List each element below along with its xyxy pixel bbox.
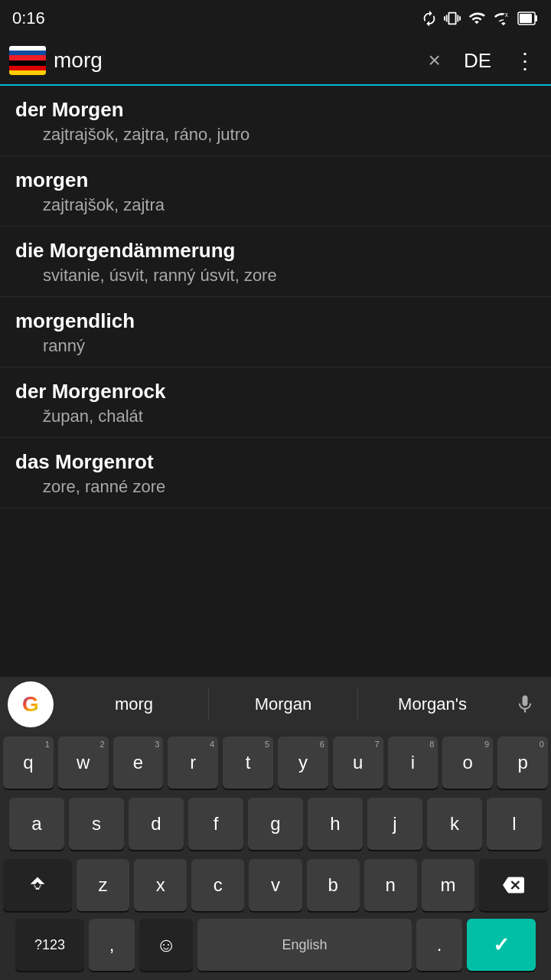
key-emoji[interactable]: ☺ bbox=[139, 919, 193, 971]
key-f[interactable]: f bbox=[188, 798, 243, 850]
result-item-2[interactable]: morgen zajtrajšok, zajtra bbox=[0, 156, 551, 227]
result-translation-5: župan, chalát bbox=[15, 407, 536, 426]
keyboard-row-1: 1q 2w 3e 4r 5t 6y 7u 8i 9o 0p bbox=[0, 732, 551, 793]
status-icons: x bbox=[421, 10, 539, 27]
battery-icon bbox=[517, 10, 539, 27]
key-z[interactable]: z bbox=[77, 859, 129, 911]
key-num-switch[interactable]: ?123 bbox=[15, 919, 84, 971]
keyboard-row-2: a s d f g h j k l bbox=[0, 793, 551, 854]
key-y[interactable]: 6y bbox=[278, 737, 328, 789]
keyboard-row-3: z x c v b n m bbox=[0, 854, 551, 916]
wifi-icon bbox=[467, 10, 487, 27]
keyboard: 1q 2w 3e 4r 5t 6y 7u 8i 9o 0p a s bbox=[0, 732, 551, 980]
key-i[interactable]: 8i bbox=[388, 737, 439, 789]
result-main-2: morgen bbox=[15, 168, 536, 192]
search-input[interactable] bbox=[54, 48, 415, 73]
key-t[interactable]: 5t bbox=[223, 737, 273, 789]
vibrate-icon bbox=[444, 10, 461, 27]
result-main-3: die Morgendämmerung bbox=[15, 239, 536, 263]
svg-rect-6 bbox=[9, 51, 46, 56]
mic-icon bbox=[514, 694, 536, 715]
key-v[interactable]: v bbox=[249, 859, 302, 911]
suggestion-1[interactable]: morg bbox=[60, 688, 209, 720]
clear-button[interactable]: × bbox=[422, 45, 447, 76]
result-item-4[interactable]: morgendlich ranný bbox=[0, 297, 551, 368]
key-b[interactable]: b bbox=[307, 859, 360, 911]
key-e[interactable]: 3e bbox=[113, 737, 164, 789]
result-main-5: der Morgenrock bbox=[15, 380, 536, 403]
suggestion-3[interactable]: Morgan's bbox=[358, 688, 507, 720]
key-space[interactable]: English bbox=[197, 919, 412, 971]
result-translation-4: ranný bbox=[15, 336, 536, 356]
svg-rect-2 bbox=[520, 14, 532, 23]
status-time: 0:16 bbox=[12, 8, 45, 28]
status-bar: 0:16 x bbox=[0, 0, 551, 37]
result-main-4: morgendlich bbox=[15, 309, 536, 333]
signal-icon: x bbox=[493, 10, 511, 27]
key-m[interactable]: m bbox=[422, 859, 474, 911]
svg-rect-10 bbox=[9, 70, 46, 75]
result-translation-1: zajtrajšok, zajtra, ráno, jutro bbox=[15, 125, 536, 145]
key-u[interactable]: 7u bbox=[333, 737, 383, 789]
key-w[interactable]: 2w bbox=[58, 737, 109, 789]
result-translation-3: svitanie, úsvit, ranný úsvit, zore bbox=[15, 266, 536, 286]
search-bar: × DE ⋮ bbox=[0, 37, 551, 86]
result-translation-6: zore, ranné zore bbox=[15, 477, 536, 497]
suggestion-2[interactable]: Morgan bbox=[209, 688, 358, 720]
key-comma[interactable]: , bbox=[89, 919, 135, 971]
key-d[interactable]: d bbox=[129, 798, 184, 850]
more-options-button[interactable]: ⋮ bbox=[508, 45, 542, 77]
key-period[interactable]: . bbox=[416, 919, 462, 971]
google-button[interactable]: G bbox=[8, 681, 54, 727]
svg-text:x: x bbox=[505, 11, 509, 18]
result-main-1: der Morgen bbox=[15, 98, 536, 122]
key-backspace[interactable] bbox=[479, 859, 548, 911]
backspace-icon bbox=[503, 874, 524, 896]
key-r[interactable]: 4r bbox=[168, 737, 218, 789]
svg-rect-5 bbox=[9, 46, 46, 51]
key-c[interactable]: c bbox=[191, 859, 244, 911]
key-shift[interactable] bbox=[3, 859, 72, 911]
key-n[interactable]: n bbox=[364, 859, 417, 911]
result-item-1[interactable]: der Morgen zajtrajšok, zajtra, ráno, jut… bbox=[0, 86, 551, 156]
svg-rect-3 bbox=[535, 15, 537, 21]
google-icon: G bbox=[22, 692, 39, 717]
key-s[interactable]: s bbox=[69, 798, 124, 850]
slovak-flag bbox=[9, 46, 46, 75]
language-badge[interactable]: DE bbox=[455, 49, 500, 73]
enter-icon: ✓ bbox=[493, 933, 510, 957]
key-j[interactable]: j bbox=[367, 798, 422, 850]
result-item-3[interactable]: die Morgendämmerung svitanie, úsvit, ran… bbox=[0, 227, 551, 297]
result-item-5[interactable]: der Morgenrock župan, chalát bbox=[0, 368, 551, 438]
svg-rect-8 bbox=[9, 60, 46, 66]
result-translation-2: zajtrajšok, zajtra bbox=[15, 195, 536, 215]
key-g[interactable]: g bbox=[248, 798, 303, 850]
key-enter[interactable]: ✓ bbox=[467, 919, 536, 971]
results-list: der Morgen zajtrajšok, zajtra, ráno, jut… bbox=[0, 86, 551, 677]
key-k[interactable]: k bbox=[427, 798, 482, 850]
search-input-container[interactable] bbox=[54, 48, 415, 73]
shift-icon bbox=[27, 874, 48, 896]
key-q[interactable]: 1q bbox=[3, 737, 54, 789]
rotate-icon bbox=[421, 10, 438, 27]
svg-rect-7 bbox=[9, 55, 46, 60]
keyboard-suggestions: G morg Morgan Morgan's bbox=[0, 677, 551, 732]
result-main-6: das Morgenrot bbox=[15, 450, 536, 474]
key-h[interactable]: h bbox=[308, 798, 363, 850]
keyboard-bottom-row: ?123 , ☺ English . ✓ bbox=[0, 916, 551, 980]
key-a[interactable]: a bbox=[9, 798, 64, 850]
key-l[interactable]: l bbox=[487, 798, 542, 850]
emoji-icon: ☺ bbox=[156, 933, 177, 957]
key-p[interactable]: 0p bbox=[497, 737, 548, 789]
svg-rect-9 bbox=[9, 66, 46, 70]
result-item-6[interactable]: das Morgenrot zore, ranné zore bbox=[0, 438, 551, 508]
key-o[interactable]: 9o bbox=[442, 737, 493, 789]
key-x[interactable]: x bbox=[134, 859, 187, 911]
microphone-button[interactable] bbox=[507, 694, 543, 715]
